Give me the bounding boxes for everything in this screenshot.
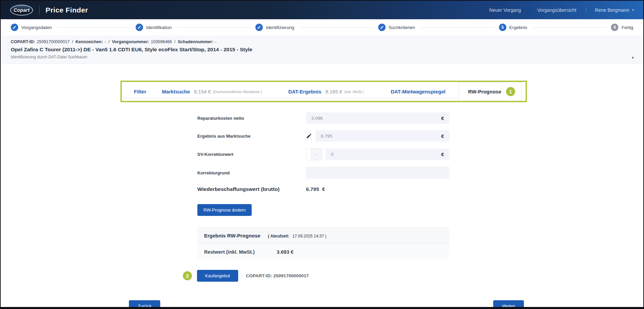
- meta-vorgangsnummer-value: 103596466: [151, 39, 172, 44]
- meta-copart-id-value: 25091700000017: [37, 39, 69, 44]
- user-name: Rene Bergmann: [595, 7, 629, 13]
- app-header: Copart Price Finder Neuer Vorgang Vorgan…: [1, 1, 643, 19]
- euro-unit: €: [441, 115, 444, 121]
- field-label: SV-Korrekturwert: [197, 152, 306, 157]
- tab-label: Marktsuche: [162, 89, 190, 94]
- meta-kennzeichen-value: -: [105, 39, 106, 44]
- sign-selector[interactable]: -: [306, 148, 322, 160]
- sign-selector-handle: [306, 148, 311, 160]
- step-identifizierung[interactable]: Identifizierung: [255, 24, 294, 31]
- meta-schadennummer-label: Schadennummer:: [178, 39, 214, 44]
- nav-neuer-vorgang[interactable]: Neuer Vorgang: [481, 7, 529, 13]
- case-info-bar: COPART-ID: 25091700000017 / Kennzeichen:…: [1, 35, 643, 64]
- step-connector: [299, 27, 373, 28]
- field-label: Reparaturkosten netto: [197, 116, 306, 121]
- kaufangebot-button[interactable]: Kaufangebot: [197, 270, 238, 282]
- form-row-marktsuche-ergebnis: Ergebnis aus Marktsuche €: [197, 130, 449, 142]
- reparaturkosten-input[interactable]: [311, 116, 437, 121]
- meta-copart-id-label: COPART-ID:: [11, 39, 35, 44]
- case-meta-line: COPART-ID: 25091700000017 / Kennzeichen:…: [11, 39, 633, 44]
- step-number: 6: [611, 24, 618, 31]
- step-suchkriterien[interactable]: Suchkriterien: [378, 24, 415, 31]
- wizard-stepper: Vorgangsdaten Identifikation Identifizie…: [1, 19, 643, 35]
- euro-unit: €: [441, 151, 444, 157]
- step-number: 5: [499, 24, 506, 31]
- annotation-badge-1: 1: [506, 87, 515, 96]
- form-row-reparaturkosten: Reparaturkosten netto €: [197, 112, 449, 124]
- meta-schadennummer-value: -: [215, 39, 217, 44]
- step-identifikation[interactable]: Identifikation: [136, 24, 172, 31]
- marktsuche-ergebnis-input[interactable]: [321, 134, 437, 139]
- chevron-down-icon: ▾: [632, 8, 634, 12]
- form-row-sv-korrekturwert: SV-Korrekturwert - €: [197, 148, 449, 160]
- meta-separator: /: [108, 39, 109, 44]
- restwert-value: 3.693 €: [277, 249, 293, 255]
- tab-rw-prognose[interactable]: RW-Prognose 1: [459, 82, 522, 101]
- rw-prognose-aendern-button[interactable]: RW-Prognose ändern: [197, 204, 252, 216]
- step-connector: [176, 27, 251, 28]
- wiederbeschaffungswert-value: 6.795: [306, 186, 319, 192]
- abrufzeit-label: Abrufzeit:: [270, 234, 289, 238]
- tab-label: DAT-Mietwagenspiegel: [391, 89, 445, 94]
- zurueck-button[interactable]: Zurück: [129, 300, 160, 309]
- step-done-icon: [378, 24, 386, 31]
- nav-vorgangsuebersicht[interactable]: Vorgangsübersicht: [529, 7, 585, 13]
- restwert-label: Restwert (inkl. MwSt.): [204, 249, 277, 255]
- user-menu[interactable]: Rene Bergmann ▾: [586, 7, 634, 13]
- step-done-icon: [136, 24, 143, 31]
- weiter-button[interactable]: Weiter: [493, 300, 524, 309]
- restwert-row: Restwert (inkl. MwSt.) 3.693 €: [197, 244, 449, 260]
- wizard-footer: Zurück Weiter: [1, 300, 643, 309]
- tab-dat-ergebnis-price: 8.165 €: [325, 89, 342, 94]
- abrufzeit-prefix: (: [268, 234, 269, 238]
- reparaturkosten-field: €: [306, 112, 449, 124]
- tab-dat-ergebnis-note: (inkl. MwSt.): [344, 89, 364, 94]
- sv-korrekturwert-input[interactable]: [331, 152, 437, 157]
- marktsuche-ergebnis-field: €: [315, 130, 449, 142]
- copart-logo-text: Copart: [13, 7, 30, 13]
- step-done-icon: [255, 24, 263, 31]
- identification-subtitle: Identifizierung durch DAT-Datei Suchbaum: [11, 55, 633, 59]
- step-label: Ergebnis: [509, 25, 527, 30]
- euro-unit: €: [322, 186, 325, 192]
- korrekturgrund-input[interactable]: [311, 170, 444, 175]
- step-label: Fertig: [621, 25, 633, 30]
- sv-korrekturwert-field: €: [326, 148, 449, 160]
- form-row-korrekturgrund: Korrekturgrund: [197, 167, 449, 179]
- tab-marktsuche-price: 8.154 €: [194, 89, 211, 94]
- tab-label: DAT-Ergebnis: [288, 89, 321, 94]
- wiederbeschaffungswert-row: Wiederbeschaffungswert (brutto) 6.795 €: [197, 186, 449, 192]
- abrufzeit-value: 17.09.2025 14:37 ): [292, 234, 327, 238]
- meta-vorgangsnummer-label: Vorgangsnummer:: [112, 39, 149, 44]
- euro-unit: €: [441, 133, 444, 139]
- minus-sign: -: [311, 148, 322, 160]
- step-connector: [57, 27, 131, 28]
- wiederbeschaffungswert-label: Wiederbeschaffungswert (brutto): [197, 186, 306, 192]
- result-header: Ergebnis RW-Prognose ( Abrufzeit: 17.09.…: [197, 227, 449, 244]
- field-label: Ergebnis aus Marktsuche: [197, 134, 306, 139]
- main-content: Filter Marktsuche 8.154 € (Durchschnittl…: [1, 64, 643, 309]
- copart-logo: Copart: [10, 5, 33, 16]
- meta-separator: /: [72, 39, 73, 44]
- results-tab-bar: Filter Marktsuche 8.154 € (Durchschnittl…: [120, 81, 527, 102]
- step-label: Suchkriterien: [389, 25, 415, 30]
- step-label: Vorgangsdaten: [21, 25, 52, 30]
- rw-prognose-form: Reparaturkosten netto € Ergebnis aus Mar…: [197, 112, 449, 260]
- collapse-panel-icon[interactable]: ▲: [631, 55, 635, 59]
- step-vorgangsdaten[interactable]: Vorgangsdaten: [11, 24, 52, 31]
- abrufzeit: ( Abrufzeit: 17.09.2025 14:37 ): [268, 234, 326, 238]
- annotation-badge-2: 2: [183, 271, 192, 280]
- field-label: Korrekturgrund: [197, 170, 306, 175]
- tab-underline: [122, 98, 459, 98]
- app-title: Price Finder: [46, 6, 88, 14]
- tab-marktsuche-note: (Durchschnittlicher Marktpreis ): [213, 89, 262, 94]
- ergebnis-rw-prognose-box: Ergebnis RW-Prognose ( Abrufzeit: 17.09.…: [197, 227, 449, 260]
- tab-label: Filter: [134, 89, 146, 94]
- edit-pencil-icon[interactable]: [306, 133, 312, 139]
- tab-label: RW-Prognose: [468, 89, 501, 94]
- step-connector: [532, 27, 606, 28]
- korrekturgrund-field: [306, 167, 449, 179]
- step-ergebnis[interactable]: 5 Ergebnis: [499, 24, 527, 31]
- result-title: Ergebnis RW-Prognose: [204, 233, 260, 238]
- step-fertig[interactable]: 6 Fertig: [611, 24, 633, 31]
